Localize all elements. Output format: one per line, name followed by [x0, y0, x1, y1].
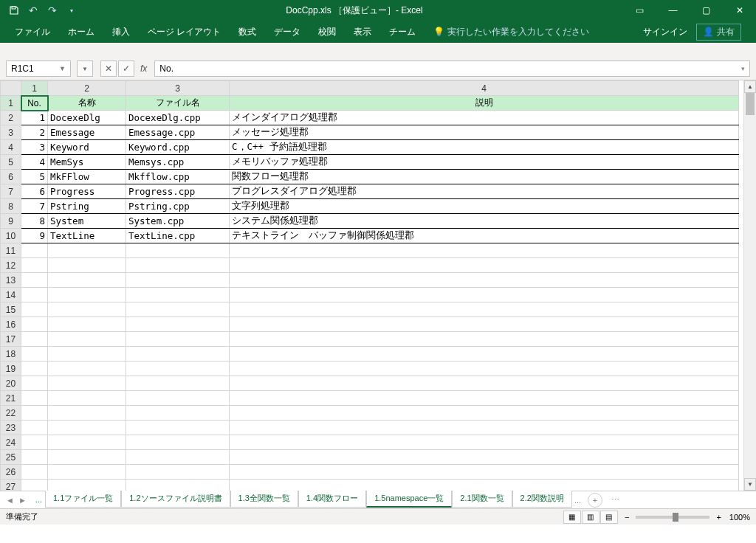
cell[interactable] [48, 421, 126, 435]
cell[interactable]: Pstring [48, 199, 126, 214]
cell[interactable] [230, 258, 739, 273]
cell[interactable] [126, 273, 230, 288]
cell[interactable]: System.cpp [126, 214, 230, 229]
zoom-slider[interactable] [636, 516, 709, 519]
view-normal-button[interactable]: ▦ [563, 511, 581, 524]
cell[interactable] [48, 347, 126, 362]
cell[interactable]: Progress.cpp [126, 184, 230, 199]
row-header[interactable]: 3 [1, 125, 21, 140]
row-header[interactable]: 17 [1, 332, 21, 347]
cell[interactable] [126, 362, 230, 376]
cell[interactable]: System [48, 214, 126, 229]
tab-数式[interactable]: 数式 [230, 21, 265, 43]
cell[interactable] [126, 347, 230, 362]
formula-expand-icon[interactable]: ▾ [741, 65, 745, 72]
tab-挿入[interactable]: 挿入 [103, 21, 139, 43]
cell[interactable] [48, 435, 126, 450]
column-header[interactable]: 3 [126, 81, 230, 96]
cell[interactable]: Mkfflow.cpp [126, 170, 230, 184]
cell[interactable]: プログレスダイアログ処理郡 [230, 184, 739, 199]
cell[interactable] [48, 450, 126, 465]
sheet-tab-menu[interactable]: ⋯ [607, 495, 624, 505]
cell[interactable] [21, 450, 48, 465]
cell[interactable] [21, 347, 48, 362]
zoom-in-button[interactable]: + [716, 513, 721, 522]
minimize-button[interactable]: — [656, 0, 690, 21]
row-header[interactable]: 22 [1, 406, 21, 421]
sheet-tab[interactable]: 1.4関数フロー [298, 491, 366, 508]
cell[interactable]: メッセージ処理郡 [230, 125, 739, 140]
row-header[interactable]: 19 [1, 362, 21, 376]
cell[interactable] [48, 243, 126, 258]
cell[interactable] [21, 465, 48, 480]
cell[interactable] [48, 288, 126, 302]
column-header[interactable]: 1 [21, 81, 48, 96]
cell[interactable] [21, 362, 48, 376]
row-header[interactable]: 14 [1, 288, 21, 302]
row-header[interactable]: 8 [1, 199, 21, 214]
sheet-nav-next[interactable]: ► [18, 496, 27, 505]
cell[interactable] [126, 421, 230, 435]
cell[interactable] [21, 332, 48, 347]
cell[interactable] [230, 302, 739, 317]
row-header[interactable]: 18 [1, 347, 21, 362]
row-header[interactable]: 15 [1, 302, 21, 317]
cell[interactable] [126, 391, 230, 406]
cell[interactable]: 5 [21, 170, 48, 184]
cell[interactable] [48, 480, 126, 491]
cell[interactable]: MkFFlow [48, 170, 126, 184]
tab-ページ レイアウト[interactable]: ページ レイアウト [139, 21, 230, 43]
cell[interactable]: 9 [21, 229, 48, 243]
maximize-button[interactable]: ▢ [690, 0, 723, 21]
cell[interactable]: 関数フロー処理郡 [230, 170, 739, 184]
cell[interactable] [230, 317, 739, 332]
formula-input[interactable]: No. ▾ [154, 60, 750, 77]
save-button[interactable] [6, 2, 22, 18]
fx-icon[interactable]: fx [140, 63, 147, 74]
cell[interactable]: C，C++ 予約語処理郡 [230, 140, 739, 155]
cell[interactable] [126, 480, 230, 491]
row-header[interactable]: 9 [1, 214, 21, 229]
tell-me-search[interactable]: 💡 実行したい作業を入力してください [425, 21, 598, 43]
row-header[interactable]: 13 [1, 273, 21, 288]
row-header[interactable]: 5 [1, 155, 21, 170]
cell[interactable] [21, 273, 48, 288]
column-header[interactable]: 4 [230, 81, 739, 96]
cell[interactable] [126, 465, 230, 480]
tab-表示[interactable]: 表示 [345, 21, 380, 43]
cell[interactable]: DocexeDlg.cpp [126, 111, 230, 125]
sheet-tab[interactable]: 2.1関数一覧 [452, 491, 512, 508]
cell[interactable] [48, 362, 126, 376]
tab-file[interactable]: ファイル [6, 21, 59, 43]
table-header-cell[interactable]: 説明 [230, 96, 739, 111]
cell[interactable] [48, 317, 126, 332]
cell[interactable]: 4 [21, 155, 48, 170]
qat-customize[interactable]: ▾ [63, 2, 80, 18]
cell[interactable] [21, 406, 48, 421]
cell[interactable] [126, 288, 230, 302]
row-header[interactable]: 16 [1, 317, 21, 332]
cell[interactable] [126, 332, 230, 347]
zoom-level[interactable]: 100% [729, 513, 750, 522]
sheet-nav-prev[interactable]: ◄ [6, 496, 14, 505]
redo-button[interactable]: ↷ [44, 2, 61, 18]
tab-ホーム[interactable]: ホーム [59, 21, 103, 43]
cell[interactable] [230, 376, 739, 391]
sheet-overflow[interactable]: ... [32, 493, 45, 506]
cell[interactable]: Emessage [48, 125, 126, 140]
cell[interactable] [230, 391, 739, 406]
cell[interactable] [21, 480, 48, 491]
sign-in-link[interactable]: サインイン [643, 26, 687, 38]
name-box[interactable]: R1C1 ▼ [6, 60, 71, 77]
cell[interactable] [230, 421, 739, 435]
cell[interactable] [126, 406, 230, 421]
row-header[interactable]: 7 [1, 184, 21, 199]
row-header[interactable]: 26 [1, 465, 21, 480]
tab-チーム[interactable]: チーム [380, 21, 425, 43]
cell[interactable] [21, 435, 48, 450]
sheet-tabs-more[interactable]: ... [572, 496, 583, 505]
sheet-tab[interactable]: 2.2関数説明 [512, 491, 572, 508]
row-header[interactable]: 11 [1, 243, 21, 258]
cell[interactable] [126, 243, 230, 258]
row-header[interactable]: 23 [1, 421, 21, 435]
